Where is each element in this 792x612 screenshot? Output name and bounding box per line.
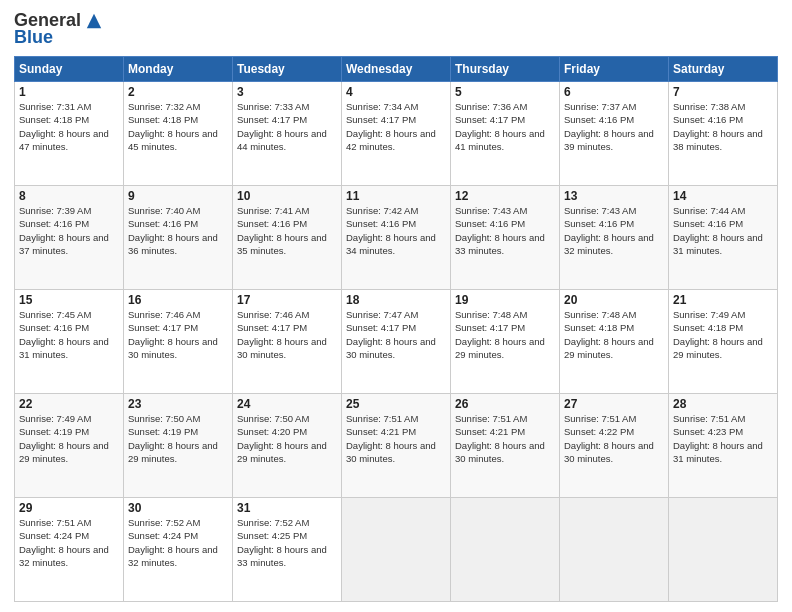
day-info: Sunrise: 7:40 AMSunset: 4:16 PMDaylight:… xyxy=(128,205,218,256)
calendar-week-row: 8 Sunrise: 7:39 AMSunset: 4:16 PMDayligh… xyxy=(15,186,778,290)
day-number: 4 xyxy=(346,85,446,99)
calendar-week-row: 29 Sunrise: 7:51 AMSunset: 4:24 PMDaylig… xyxy=(15,498,778,602)
day-info: Sunrise: 7:49 AMSunset: 4:18 PMDaylight:… xyxy=(673,309,763,360)
logo-icon xyxy=(85,12,103,30)
calendar-day-cell xyxy=(560,498,669,602)
svg-marker-0 xyxy=(87,13,101,27)
day-number: 17 xyxy=(237,293,337,307)
day-number: 12 xyxy=(455,189,555,203)
day-number: 22 xyxy=(19,397,119,411)
calendar-day-cell: 20 Sunrise: 7:48 AMSunset: 4:18 PMDaylig… xyxy=(560,290,669,394)
calendar-day-cell: 21 Sunrise: 7:49 AMSunset: 4:18 PMDaylig… xyxy=(669,290,778,394)
day-info: Sunrise: 7:42 AMSunset: 4:16 PMDaylight:… xyxy=(346,205,436,256)
day-info: Sunrise: 7:48 AMSunset: 4:18 PMDaylight:… xyxy=(564,309,654,360)
calendar-day-cell: 23 Sunrise: 7:50 AMSunset: 4:19 PMDaylig… xyxy=(124,394,233,498)
day-info: Sunrise: 7:43 AMSunset: 4:16 PMDaylight:… xyxy=(455,205,545,256)
day-number: 24 xyxy=(237,397,337,411)
calendar-header-cell: Thursday xyxy=(451,57,560,82)
day-info: Sunrise: 7:45 AMSunset: 4:16 PMDaylight:… xyxy=(19,309,109,360)
day-info: Sunrise: 7:46 AMSunset: 4:17 PMDaylight:… xyxy=(237,309,327,360)
calendar-body: 1 Sunrise: 7:31 AMSunset: 4:18 PMDayligh… xyxy=(15,82,778,602)
calendar-week-row: 1 Sunrise: 7:31 AMSunset: 4:18 PMDayligh… xyxy=(15,82,778,186)
day-number: 31 xyxy=(237,501,337,515)
calendar-day-cell: 12 Sunrise: 7:43 AMSunset: 4:16 PMDaylig… xyxy=(451,186,560,290)
calendar-day-cell: 24 Sunrise: 7:50 AMSunset: 4:20 PMDaylig… xyxy=(233,394,342,498)
calendar-day-cell: 18 Sunrise: 7:47 AMSunset: 4:17 PMDaylig… xyxy=(342,290,451,394)
calendar-header-cell: Sunday xyxy=(15,57,124,82)
day-number: 9 xyxy=(128,189,228,203)
calendar-day-cell: 4 Sunrise: 7:34 AMSunset: 4:17 PMDayligh… xyxy=(342,82,451,186)
day-number: 13 xyxy=(564,189,664,203)
page: General Blue SundayMondayTuesdayWednesda… xyxy=(0,0,792,612)
calendar-day-cell: 11 Sunrise: 7:42 AMSunset: 4:16 PMDaylig… xyxy=(342,186,451,290)
day-number: 2 xyxy=(128,85,228,99)
day-number: 26 xyxy=(455,397,555,411)
day-number: 27 xyxy=(564,397,664,411)
calendar-day-cell: 16 Sunrise: 7:46 AMSunset: 4:17 PMDaylig… xyxy=(124,290,233,394)
calendar-day-cell: 3 Sunrise: 7:33 AMSunset: 4:17 PMDayligh… xyxy=(233,82,342,186)
calendar-day-cell: 30 Sunrise: 7:52 AMSunset: 4:24 PMDaylig… xyxy=(124,498,233,602)
logo-blue-text: Blue xyxy=(14,27,53,48)
day-number: 21 xyxy=(673,293,773,307)
day-number: 1 xyxy=(19,85,119,99)
calendar-header-cell: Friday xyxy=(560,57,669,82)
day-info: Sunrise: 7:52 AMSunset: 4:24 PMDaylight:… xyxy=(128,517,218,568)
day-info: Sunrise: 7:52 AMSunset: 4:25 PMDaylight:… xyxy=(237,517,327,568)
calendar-header-cell: Wednesday xyxy=(342,57,451,82)
calendar-day-cell: 14 Sunrise: 7:44 AMSunset: 4:16 PMDaylig… xyxy=(669,186,778,290)
calendar-day-cell: 19 Sunrise: 7:48 AMSunset: 4:17 PMDaylig… xyxy=(451,290,560,394)
day-info: Sunrise: 7:31 AMSunset: 4:18 PMDaylight:… xyxy=(19,101,109,152)
logo: General Blue xyxy=(14,10,103,48)
day-info: Sunrise: 7:51 AMSunset: 4:23 PMDaylight:… xyxy=(673,413,763,464)
day-info: Sunrise: 7:48 AMSunset: 4:17 PMDaylight:… xyxy=(455,309,545,360)
day-number: 7 xyxy=(673,85,773,99)
calendar-week-row: 15 Sunrise: 7:45 AMSunset: 4:16 PMDaylig… xyxy=(15,290,778,394)
calendar-day-cell: 27 Sunrise: 7:51 AMSunset: 4:22 PMDaylig… xyxy=(560,394,669,498)
calendar-header-cell: Saturday xyxy=(669,57,778,82)
day-number: 30 xyxy=(128,501,228,515)
day-info: Sunrise: 7:51 AMSunset: 4:22 PMDaylight:… xyxy=(564,413,654,464)
day-info: Sunrise: 7:33 AMSunset: 4:17 PMDaylight:… xyxy=(237,101,327,152)
calendar-day-cell: 31 Sunrise: 7:52 AMSunset: 4:25 PMDaylig… xyxy=(233,498,342,602)
day-info: Sunrise: 7:38 AMSunset: 4:16 PMDaylight:… xyxy=(673,101,763,152)
day-info: Sunrise: 7:49 AMSunset: 4:19 PMDaylight:… xyxy=(19,413,109,464)
calendar-day-cell: 26 Sunrise: 7:51 AMSunset: 4:21 PMDaylig… xyxy=(451,394,560,498)
day-number: 19 xyxy=(455,293,555,307)
day-number: 28 xyxy=(673,397,773,411)
day-number: 15 xyxy=(19,293,119,307)
day-info: Sunrise: 7:43 AMSunset: 4:16 PMDaylight:… xyxy=(564,205,654,256)
calendar-table: SundayMondayTuesdayWednesdayThursdayFrid… xyxy=(14,56,778,602)
day-info: Sunrise: 7:46 AMSunset: 4:17 PMDaylight:… xyxy=(128,309,218,360)
calendar-day-cell: 7 Sunrise: 7:38 AMSunset: 4:16 PMDayligh… xyxy=(669,82,778,186)
day-info: Sunrise: 7:51 AMSunset: 4:21 PMDaylight:… xyxy=(346,413,436,464)
calendar-day-cell xyxy=(451,498,560,602)
calendar-header-cell: Tuesday xyxy=(233,57,342,82)
day-number: 8 xyxy=(19,189,119,203)
day-number: 11 xyxy=(346,189,446,203)
calendar-day-cell: 28 Sunrise: 7:51 AMSunset: 4:23 PMDaylig… xyxy=(669,394,778,498)
calendar-day-cell: 22 Sunrise: 7:49 AMSunset: 4:19 PMDaylig… xyxy=(15,394,124,498)
day-number: 25 xyxy=(346,397,446,411)
calendar-day-cell: 1 Sunrise: 7:31 AMSunset: 4:18 PMDayligh… xyxy=(15,82,124,186)
calendar-day-cell: 9 Sunrise: 7:40 AMSunset: 4:16 PMDayligh… xyxy=(124,186,233,290)
day-info: Sunrise: 7:51 AMSunset: 4:21 PMDaylight:… xyxy=(455,413,545,464)
day-info: Sunrise: 7:32 AMSunset: 4:18 PMDaylight:… xyxy=(128,101,218,152)
day-info: Sunrise: 7:37 AMSunset: 4:16 PMDaylight:… xyxy=(564,101,654,152)
calendar-day-cell: 13 Sunrise: 7:43 AMSunset: 4:16 PMDaylig… xyxy=(560,186,669,290)
day-number: 23 xyxy=(128,397,228,411)
day-number: 20 xyxy=(564,293,664,307)
day-info: Sunrise: 7:51 AMSunset: 4:24 PMDaylight:… xyxy=(19,517,109,568)
calendar-day-cell: 8 Sunrise: 7:39 AMSunset: 4:16 PMDayligh… xyxy=(15,186,124,290)
calendar-week-row: 22 Sunrise: 7:49 AMSunset: 4:19 PMDaylig… xyxy=(15,394,778,498)
day-info: Sunrise: 7:34 AMSunset: 4:17 PMDaylight:… xyxy=(346,101,436,152)
day-info: Sunrise: 7:47 AMSunset: 4:17 PMDaylight:… xyxy=(346,309,436,360)
calendar-day-cell: 15 Sunrise: 7:45 AMSunset: 4:16 PMDaylig… xyxy=(15,290,124,394)
day-number: 10 xyxy=(237,189,337,203)
day-number: 29 xyxy=(19,501,119,515)
day-info: Sunrise: 7:39 AMSunset: 4:16 PMDaylight:… xyxy=(19,205,109,256)
day-number: 16 xyxy=(128,293,228,307)
calendar-day-cell: 29 Sunrise: 7:51 AMSunset: 4:24 PMDaylig… xyxy=(15,498,124,602)
day-info: Sunrise: 7:50 AMSunset: 4:20 PMDaylight:… xyxy=(237,413,327,464)
calendar-header-cell: Monday xyxy=(124,57,233,82)
day-number: 3 xyxy=(237,85,337,99)
